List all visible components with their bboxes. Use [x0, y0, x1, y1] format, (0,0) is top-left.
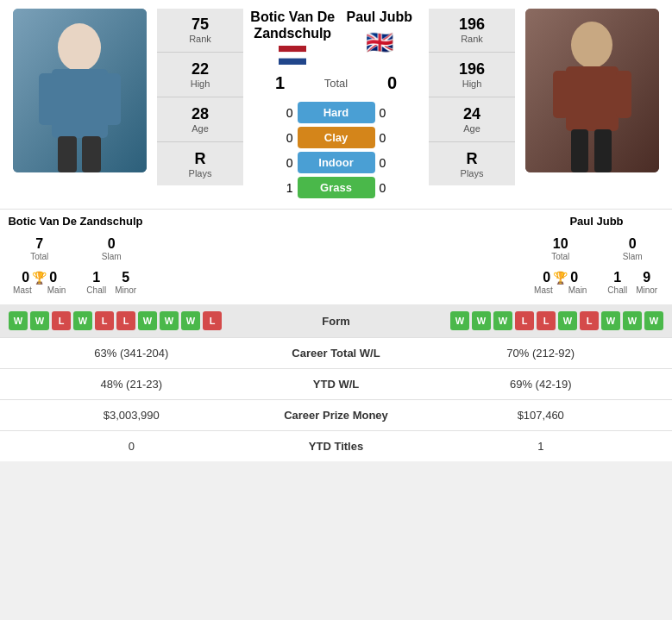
left-main-value: 0: [49, 270, 57, 285]
left-age-value: 28: [192, 105, 209, 123]
right-form-badge-W: W: [644, 311, 663, 330]
match-center: Botic Van De Zandschulp Paul Jubb 🇬🇧: [245, 9, 427, 200]
left-rank-cell: 75 Rank: [157, 9, 243, 51]
indoor-left-score: 0: [263, 156, 298, 170]
right-form-badge-W: W: [493, 311, 512, 330]
right-rank-cell: 196 Rank: [429, 9, 515, 51]
svg-rect-15: [571, 129, 588, 172]
right-high-cell: 196 High: [429, 53, 515, 96]
right-player-name-card: Paul Jubb: [569, 215, 623, 228]
left-mast-item: 0 🏆 0 Mast Main: [3, 266, 76, 299]
right-form-badge-W: W: [558, 311, 577, 330]
right-form-badge-L: L: [515, 311, 534, 330]
right-age-value: 24: [463, 105, 480, 123]
left-form-badge-W: W: [160, 311, 179, 330]
right-minor-value: 9: [643, 270, 650, 285]
svg-point-1: [58, 23, 101, 72]
right-mast-label: Mast: [534, 285, 553, 295]
stats-row-1: 48% (21-23)YTD W/L69% (42-19): [0, 368, 672, 399]
stats-row-label-2: Career Prize Money: [250, 409, 423, 422]
svg-rect-9: [279, 59, 306, 65]
hard-button[interactable]: Hard: [298, 102, 375, 123]
right-slam-value: 0: [629, 236, 637, 252]
clay-right-score: 0: [375, 131, 410, 145]
left-form-badge-L: L: [95, 311, 114, 330]
clay-left-score: 0: [263, 131, 298, 145]
right-plays-label: Plays: [461, 168, 484, 178]
left-minor-value: 5: [122, 270, 129, 285]
right-high-value: 196: [459, 60, 485, 78]
right-form-badges: WWWLLWLWWW: [450, 311, 663, 330]
left-player-photo: [4, 9, 155, 172]
indoor-button[interactable]: Indoor: [298, 152, 375, 173]
total-row: 1 Total 0: [245, 73, 427, 93]
netherlands-flag: [279, 46, 306, 65]
left-plays-cell: R Plays: [157, 143, 243, 185]
left-age-label: Age: [192, 123, 209, 134]
left-plays-value: R: [195, 150, 206, 168]
right-form-badge-W: W: [623, 311, 642, 330]
left-chall-value: 1: [92, 270, 100, 285]
left-player-header: Botic Van De Zandschulp: [249, 9, 336, 65]
stats-row-label-3: YTD Titles: [250, 440, 423, 453]
grass-left-score: 1: [263, 181, 298, 195]
stats-row-left-0: 63% (341-204): [13, 347, 250, 360]
svg-rect-8: [279, 53, 306, 59]
svg-point-11: [571, 22, 612, 68]
right-stat-grid: 10 Total 0 Slam 0 🏆 0 Mast Main: [524, 232, 669, 299]
right-slam-item: 0 Slam: [597, 232, 669, 266]
svg-rect-7: [279, 46, 306, 52]
grass-button[interactable]: Grass: [298, 177, 375, 198]
clay-row: 0 Clay 0: [245, 127, 427, 148]
left-stats-box: 75 Rank 22 High 28 Age R Plays: [157, 9, 243, 185]
right-player-info: Paul Jubb 10 Total 0 Slam 0 🏆 0: [521, 210, 672, 304]
right-minor-label: Minor: [636, 285, 657, 295]
right-age-label: Age: [463, 123, 480, 134]
main-container: 75 Rank 22 High 28 Age R Plays: [0, 0, 672, 461]
right-slam-label: Slam: [623, 252, 643, 261]
hard-left-score: 0: [263, 106, 298, 120]
trophy-icon-left: 🏆: [32, 271, 47, 285]
right-form-badge-W: W: [450, 311, 469, 330]
left-chall-label: Chall: [86, 285, 106, 295]
left-player-name-card: Botic Van De Zandschulp: [8, 215, 142, 228]
right-high-label: High: [462, 78, 482, 89]
stats-row-right-3: 1: [423, 440, 660, 453]
left-player-info: Botic Van De Zandschulp 7 Total 0 Slam 0…: [0, 210, 151, 304]
right-form-badge-L: L: [580, 311, 599, 330]
left-main-label: Main: [47, 285, 66, 295]
right-chall-value: 1: [613, 270, 621, 285]
center-spacer: [237, 210, 435, 304]
left-stat-spacer: [151, 210, 237, 304]
stats-row-2: $3,003,990Career Prize Money$107,460: [0, 399, 672, 430]
clay-button[interactable]: Clay: [298, 127, 375, 148]
right-stat-spacer: [435, 210, 521, 304]
left-form-badge-L: L: [203, 311, 222, 330]
right-age-cell: 24 Age: [429, 98, 515, 141]
right-chall-item: 1 Chall 9 Minor: [597, 266, 669, 299]
total-label: Total: [298, 77, 375, 90]
right-rank-label: Rank: [461, 34, 483, 44]
hard-right-score: 0: [375, 106, 410, 120]
stats-row-left-1: 48% (21-23): [13, 378, 250, 391]
left-high-value: 22: [192, 60, 209, 78]
left-stat-grid: 7 Total 0 Slam 0 🏆 0 Mast Main: [3, 232, 148, 299]
right-total-item: 10 Total: [524, 232, 597, 266]
left-slam-value: 0: [108, 236, 116, 252]
total-left-score: 1: [263, 73, 298, 93]
left-total-label: Total: [30, 252, 48, 261]
hard-row: 0 Hard 0: [245, 102, 427, 123]
indoor-row: 0 Indoor 0: [245, 152, 427, 173]
right-form-badge-W: W: [601, 311, 620, 330]
stats-row-left-2: $3,003,990: [13, 409, 250, 422]
stats-row-left-3: 0: [13, 440, 250, 453]
indoor-right-score: 0: [375, 156, 410, 170]
trophy-icon-right: 🏆: [553, 271, 568, 285]
total-right-score: 0: [375, 73, 410, 93]
right-chall-label: Chall: [607, 285, 627, 295]
svg-rect-16: [594, 129, 612, 172]
svg-rect-13: [553, 71, 568, 118]
gb-flag: 🇬🇧: [336, 29, 424, 56]
left-form-badge-W: W: [73, 311, 92, 330]
left-total-value: 7: [35, 236, 43, 252]
